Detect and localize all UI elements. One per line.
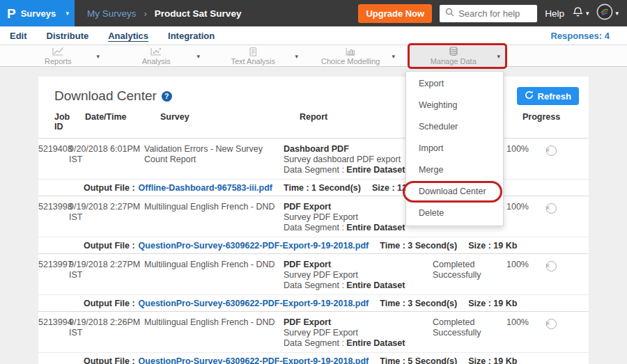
toolbar-item-choice-modelling[interactable]: Choice Modelling ▾	[309, 45, 400, 67]
surveys-menu[interactable]: P Surveys ▾	[0, 0, 75, 26]
refresh-button-label: Refresh	[538, 91, 571, 102]
toolbar-item-label: Manage Data	[431, 58, 477, 65]
chevron-down-icon[interactable]: ▾	[96, 53, 104, 60]
toolbar-item-label: Text Analysis	[231, 58, 275, 65]
tab-integration[interactable]: Integration	[168, 31, 215, 41]
output-size: Size : 19 Kb	[468, 299, 517, 308]
data-segment: Data Segment : Entire Dataset	[284, 165, 405, 175]
report-desc: Survey PDF Export	[284, 212, 426, 223]
menu-item-delete[interactable]: Delete	[406, 203, 503, 224]
toolbar-item-reports[interactable]: Reports ▾	[20, 45, 104, 67]
search-icon	[445, 7, 454, 19]
tab-distribute[interactable]: Distribute	[47, 31, 89, 41]
header-date-time: Date/Time	[85, 112, 160, 132]
cancel-job-icon[interactable]: ✕	[546, 261, 557, 271]
job-report: PDF Export Survey PDF Export Data Segmen…	[284, 317, 433, 349]
top-bar: P Surveys ▾ My Surveys › Product Sat Sur…	[0, 0, 627, 26]
toolbar-item-label: Reports	[45, 58, 72, 65]
refresh-button[interactable]: Refresh	[517, 87, 579, 105]
job-id: 5213997	[38, 260, 69, 291]
breadcrumb-current: Product Sat Survey	[155, 8, 242, 19]
output-file-row: Output File : QuestionPro-Survey-6309622…	[38, 237, 589, 254]
report-desc: Survey dashboard PDF export	[284, 155, 426, 165]
cancel-job-icon[interactable]: ✕	[546, 145, 557, 156]
job-progress: 100%	[506, 144, 543, 175]
output-time: Time : 3 Second(s)	[380, 299, 457, 308]
menu-item-merge[interactable]: Merge	[406, 159, 503, 181]
tab-edit[interactable]: Edit	[10, 31, 27, 41]
output-file-link[interactable]: Offline-Dashboard-967583-iii.pdf	[139, 183, 272, 193]
job-status: Completed Successfully	[433, 317, 506, 349]
output-size: Size : 19 Kb	[468, 356, 517, 364]
output-file-label: Output File :	[84, 183, 135, 193]
toolbar-item-manage-data[interactable]: Manage Data ▾	[408, 43, 507, 69]
bell-icon	[572, 6, 584, 21]
notifications-button[interactable]: ▾	[572, 6, 589, 21]
header-survey: Survey	[160, 112, 300, 132]
toolbar-item-text-analysis[interactable]: Text Analysis ▾	[211, 45, 303, 67]
table-header: Job ID Date/Time Survey Report Progress	[38, 112, 589, 139]
table-row: 5213997 9/19/2018 2:27PM IST Multilingua…	[38, 254, 589, 294]
table-row: 5219408 9/20/2018 6:01PM IST Validation …	[38, 139, 589, 179]
account-menu[interactable]: ▾	[596, 3, 619, 23]
menu-item-import[interactable]: Import	[406, 138, 503, 159]
cancel-job-icon[interactable]: ✕	[546, 203, 557, 214]
manage-data-menu: Export Weighting Scheduler Import Merge …	[405, 71, 504, 226]
bar-chart-icon	[344, 47, 357, 56]
database-icon	[447, 47, 460, 56]
breadcrumb-parent[interactable]: My Surveys	[87, 8, 137, 19]
chevron-down-icon[interactable]: ▾	[392, 53, 400, 60]
output-file-link[interactable]: QuestionPro-Survey-6309622-PDF-Export-9-…	[139, 241, 369, 251]
output-time: Time : 5 Second(s)	[380, 356, 457, 364]
chevron-down-icon[interactable]: ▾	[196, 53, 205, 60]
refresh-icon	[525, 90, 534, 102]
report-title: PDF Export	[284, 260, 426, 270]
scatter-chart-icon	[150, 47, 162, 56]
tab-analytics[interactable]: Analytics	[108, 31, 148, 41]
chevron-down-icon[interactable]: ▾	[295, 53, 303, 60]
menu-item-scheduler[interactable]: Scheduler	[406, 116, 503, 138]
upgrade-now-button[interactable]: Upgrade Now	[358, 4, 432, 23]
output-file-link[interactable]: QuestionPro-Survey-6309622-PDF-Export-9-…	[139, 299, 369, 308]
help-tooltip-icon[interactable]: ?	[162, 91, 172, 102]
output-file-label: Output File :	[84, 356, 135, 364]
page-background: Download Center ? Refresh Job ID Date/Ti…	[0, 68, 627, 364]
report-title: Dashboard PDF	[284, 144, 426, 155]
breadcrumb-separator-icon: ›	[144, 8, 147, 19]
cancel-job-icon[interactable]: ✕	[546, 319, 557, 329]
output-size: Size : 19 Kb	[468, 241, 517, 251]
data-segment: Data Segment : Entire Dataset	[284, 223, 405, 232]
output-time: Time : 1 Second(s)	[284, 183, 361, 193]
menu-item-download-center[interactable]: Download Center	[406, 181, 503, 203]
chevron-down-icon: ▾	[586, 10, 589, 17]
output-file-row: Output File : Offline-Dashboard-967583-i…	[38, 179, 589, 196]
job-datetime: 9/20/2018 6:01PM IST	[69, 144, 144, 175]
responses-count: Responses: 4	[550, 31, 610, 41]
data-segment: Data Segment : Entire Dataset	[284, 338, 405, 348]
output-file-label: Output File :	[84, 299, 135, 308]
output-file-row: Output File : QuestionPro-Survey-6309622…	[38, 352, 589, 364]
chevron-down-icon[interactable]: ▾	[497, 53, 505, 60]
search-input[interactable]	[458, 8, 532, 19]
help-link[interactable]: Help	[545, 8, 564, 19]
job-id: 5219408	[38, 144, 69, 175]
topbar-actions: Upgrade Now Help ▾	[358, 3, 627, 23]
page-title-text: Download Center	[54, 88, 157, 104]
job-progress: 100%	[506, 317, 543, 349]
output-file-row: Output File : QuestionPro-Survey-6309622…	[38, 294, 589, 312]
report-desc: Survey PDF Export	[284, 270, 426, 280]
job-progress: 100%	[506, 260, 543, 291]
job-id: 5213998	[38, 202, 69, 233]
toolbar-item-analysis[interactable]: Analysis ▾	[116, 45, 205, 67]
job-datetime: 9/19/2018 2:27PM IST	[69, 260, 144, 291]
menu-item-weighting[interactable]: Weighting	[406, 95, 503, 116]
toolbar-item-label: Analysis	[142, 58, 171, 65]
output-time: Time : 3 Second(s)	[380, 241, 457, 251]
menu-item-label: Download Center	[419, 187, 486, 196]
report-desc: Survey PDF Export	[284, 328, 426, 338]
download-center-panel: Download Center ? Refresh Job ID Date/Ti…	[38, 77, 589, 364]
questionpro-logo: P	[7, 7, 16, 20]
help-search-box[interactable]	[440, 5, 537, 22]
output-file-link[interactable]: QuestionPro-Survey-6309622-PDF-Export-9-…	[139, 356, 369, 364]
menu-item-export[interactable]: Export	[406, 73, 503, 95]
